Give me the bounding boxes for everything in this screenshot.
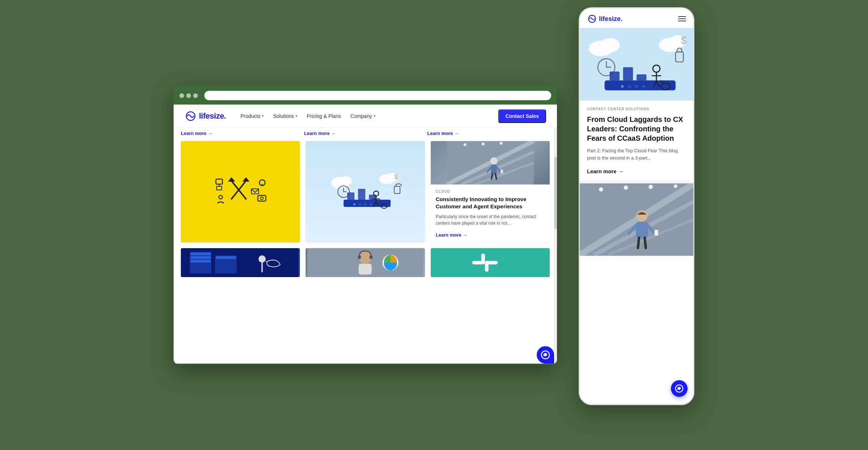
mobile-hero-image: $	[580, 28, 693, 101]
svg-rect-87	[609, 72, 619, 81]
svg-point-41	[481, 143, 484, 145]
mobile-chat-widget[interactable]	[671, 380, 688, 397]
svg-point-107	[648, 185, 653, 189]
mobile-card-photo	[580, 183, 693, 256]
partial-card-person	[306, 248, 425, 277]
partial-row	[174, 248, 557, 277]
prev-learn-more-3[interactable]: Learn more	[427, 131, 550, 136]
svg-point-78	[600, 38, 620, 52]
svg-rect-52	[191, 252, 211, 255]
nav-pricing-label: Pricing & Plans	[307, 113, 341, 119]
contact-sales-button[interactable]: Contact Sales	[498, 109, 546, 123]
svg-marker-4	[228, 177, 235, 182]
card-ccaas-image: $	[306, 141, 425, 242]
nav-pricing[interactable]: Pricing & Plans	[303, 111, 345, 121]
svg-rect-23	[358, 189, 365, 200]
svg-rect-67	[472, 261, 476, 264]
mobile-card-ccaas-title: From Cloud Laggards to CX Leaders: Confr…	[587, 115, 686, 143]
partial-card-teal	[431, 248, 550, 277]
hamburger-line-3	[678, 21, 686, 21]
card-innovating-learn-more[interactable]: Learn more	[436, 232, 467, 238]
svg-rect-49	[500, 169, 503, 174]
svg-text:$: $	[394, 173, 398, 181]
svg-rect-8	[258, 195, 266, 201]
arrows-illustration	[212, 174, 269, 210]
prev-learn-more-1[interactable]: Learn more	[181, 131, 303, 136]
mobile-logo-icon	[587, 15, 597, 23]
nav-company[interactable]: Company ▾	[347, 111, 379, 121]
scrollbar-track	[554, 128, 557, 364]
scrollbar-thumb[interactable]	[554, 157, 557, 229]
browser-dot-green	[193, 93, 198, 98]
mobile-card-ccaas-learn-more[interactable]: Learn more	[587, 168, 624, 176]
browser-chrome	[174, 86, 557, 105]
svg-point-109	[636, 211, 647, 222]
svg-rect-73	[485, 268, 488, 272]
svg-rect-62	[358, 255, 361, 259]
svg-point-43	[490, 157, 497, 165]
svg-point-105	[599, 187, 603, 192]
svg-point-25	[353, 203, 356, 205]
svg-rect-86	[605, 80, 676, 90]
card-innovating-body: CLOUD Consistently Innovating to Improve…	[431, 184, 550, 242]
svg-point-40	[463, 143, 466, 146]
desktop-browser: lifesize. Products ▾ Solutions ▾ Pricing…	[174, 86, 557, 364]
desktop-chat-widget[interactable]	[537, 346, 554, 364]
url-bar[interactable]	[204, 91, 551, 100]
svg-point-27	[364, 203, 366, 205]
svg-rect-54	[191, 260, 211, 263]
svg-point-28	[370, 203, 372, 205]
mobile-card-ccaas: $	[580, 28, 693, 183]
mobile-card-ccaas-category: CONTACT CENTER SOLUTIONS	[587, 107, 686, 111]
browser-traffic-lights	[179, 93, 198, 98]
card-innovating-image	[431, 141, 550, 184]
nav-products-chevron: ▾	[262, 114, 264, 118]
svg-point-106	[624, 186, 628, 190]
nav-products[interactable]: Products ▾	[237, 111, 267, 121]
partial-card-blue	[181, 248, 300, 277]
svg-point-13	[339, 176, 352, 186]
svg-rect-88	[623, 67, 633, 80]
card-innovating: CLOUD Consistently Innovating to Improve…	[431, 141, 550, 242]
cards-grid: CLOUD Interchannel CX: A Cure for Silo P…	[174, 141, 557, 248]
svg-point-9	[260, 197, 263, 200]
browser-dot-red	[179, 93, 184, 98]
svg-point-26	[359, 203, 361, 205]
svg-rect-89	[637, 74, 646, 80]
chat-widget-icon	[541, 350, 550, 360]
svg-rect-71	[494, 261, 497, 264]
card-interchannel-image	[181, 141, 300, 242]
mobile-card-ccaas-excerpt: Part 2: Facing the Top Cloud Fear This b…	[587, 147, 686, 162]
svg-point-90	[621, 85, 624, 88]
nav-logo-text: lifesize.	[199, 111, 226, 121]
svg-rect-1	[216, 179, 222, 184]
nav-solutions[interactable]: Solutions ▾	[269, 111, 301, 121]
teal-slack-illustration	[431, 248, 550, 277]
mobile-card-ccaas-body: CONTACT CENTER SOLUTIONS From Cloud Lagg…	[580, 101, 693, 183]
svg-point-91	[628, 85, 631, 88]
site-nav: lifesize. Products ▾ Solutions ▾ Pricing…	[174, 105, 557, 128]
card-ccaas: $	[306, 141, 425, 242]
nav-logo[interactable]: lifesize.	[184, 111, 226, 121]
svg-point-42	[499, 142, 502, 145]
svg-rect-17	[394, 186, 400, 194]
browser-content: lifesize. Products ▾ Solutions ▾ Pricing…	[174, 105, 557, 364]
svg-rect-21	[344, 200, 391, 207]
svg-text:$: $	[681, 35, 686, 46]
hamburger-line-1	[678, 16, 686, 17]
nav-company-label: Company	[350, 113, 372, 119]
svg-rect-115	[654, 230, 659, 236]
mobile-nav: lifesize.	[580, 8, 693, 28]
mobile-menu-button[interactable]	[678, 16, 686, 21]
mobile-escalator-illustration	[580, 183, 693, 256]
nav-products-label: Products	[241, 113, 260, 119]
mobile-logo[interactable]: lifesize.	[587, 15, 622, 23]
card-innovating-excerpt: Particularly since the onset of the pand…	[436, 213, 545, 226]
svg-rect-53	[191, 256, 211, 259]
svg-point-108	[674, 184, 677, 188]
prev-learn-more-2[interactable]: Learn more	[304, 131, 427, 136]
svg-rect-56	[216, 256, 236, 259]
mobile-chat-icon	[675, 384, 684, 393]
nav-solutions-chevron: ▾	[295, 114, 297, 118]
mobile-logo-text: lifesize.	[599, 15, 622, 23]
